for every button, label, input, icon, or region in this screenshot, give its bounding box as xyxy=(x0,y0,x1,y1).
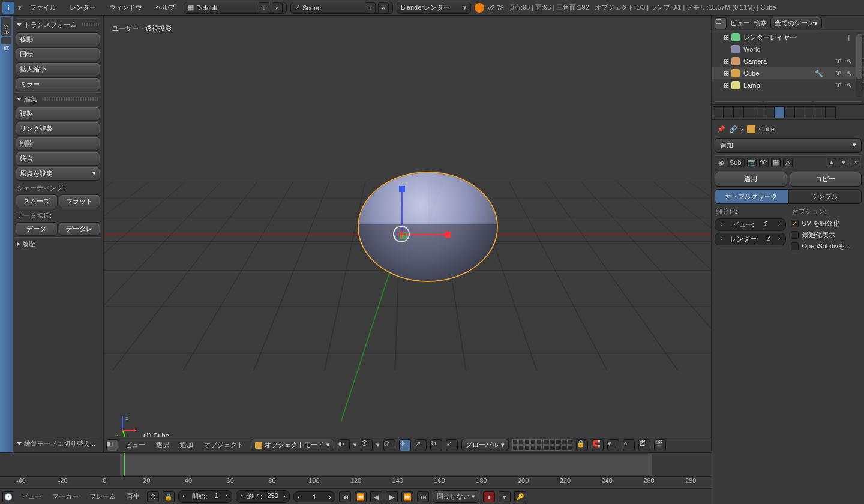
menu-file[interactable]: ファイル xyxy=(25,1,61,14)
render-preview-button[interactable]: 🖼 xyxy=(638,439,650,451)
add-modifier-dropdown[interactable]: 追加▾ xyxy=(715,138,862,153)
tab-world[interactable] xyxy=(743,106,754,118)
uv-smooth-checkbox[interactable]: UV を細分化 xyxy=(791,219,862,228)
view-subdiv-field[interactable]: ‹ビュー:2› xyxy=(715,218,786,231)
start-frame-field[interactable]: ‹開始:1› xyxy=(178,490,232,503)
tab-material[interactable] xyxy=(794,106,805,118)
remove-scene-button[interactable]: × xyxy=(378,2,389,13)
optimal-display-checkbox[interactable]: 最適化表示 xyxy=(791,230,862,239)
manipulator-toggle[interactable]: ✥ xyxy=(399,439,411,451)
simple-button[interactable]: シンプル xyxy=(788,189,862,204)
tl-view-menu[interactable]: ビュー xyxy=(18,490,45,503)
render-subdiv-field[interactable]: ‹レンダー:2› xyxy=(715,233,786,245)
opensubdiv-checkbox[interactable]: OpenSubdivを... xyxy=(791,242,862,251)
play-reverse-button[interactable]: ◀ xyxy=(370,491,382,502)
tab-renderlayers[interactable] xyxy=(723,106,734,118)
apply-button[interactable]: 適用 xyxy=(715,172,787,187)
eye-icon[interactable]: 👁 xyxy=(834,58,842,65)
keying-set-dropdown[interactable]: ▾ xyxy=(499,491,511,502)
panel-history-head[interactable]: 履歴 xyxy=(16,237,100,250)
modifier-cage-toggle[interactable]: △ xyxy=(783,158,793,167)
tab-create[interactable]: 作成 xyxy=(1,37,11,44)
lock-range[interactable]: 🔒 xyxy=(163,491,175,502)
snap-element[interactable]: ▾ xyxy=(607,439,619,451)
insert-keyframe-button[interactable]: 🔑 xyxy=(514,491,526,502)
tab-tools[interactable]: ツール xyxy=(1,17,11,36)
remove-layout-button[interactable]: × xyxy=(272,2,283,13)
tl-frame-menu[interactable]: フレーム xyxy=(86,490,119,503)
outliner-filter-dropdown[interactable]: 全てのシーン▾ xyxy=(770,17,822,29)
render-anim-button[interactable]: 🎬 xyxy=(654,439,666,451)
end-frame-field[interactable]: ‹終了:250› xyxy=(236,490,290,503)
screen-layout-selector[interactable]: ▦ Default + × xyxy=(184,2,287,14)
cursor-icon[interactable]: ↖ xyxy=(845,58,853,65)
add-scene-button[interactable]: + xyxy=(365,2,376,13)
copy-button[interactable]: コピー xyxy=(790,172,862,187)
pivot-button[interactable]: ⦿ xyxy=(361,439,373,451)
keyframe-next-button[interactable]: ⏩ xyxy=(401,491,413,502)
tab-modifiers[interactable] xyxy=(774,106,785,118)
jump-end-button[interactable]: ⏭ xyxy=(417,491,429,502)
use-preview-range[interactable]: ⏱ xyxy=(147,491,159,502)
3d-viewport[interactable]: ユーザー・透視投影 z y x (1) Cube ◧ ビュー 選択 追加 オブジ… xyxy=(103,16,712,452)
mesh-object-cube[interactable] xyxy=(359,173,497,281)
outliner-editor-icon[interactable]: ☰ xyxy=(715,17,727,29)
outliner[interactable]: ⊞レンダーレイヤー|📷 World ⊞Camera👁↖📷 ⊞Cube🔧👁↖📷 ⊞… xyxy=(712,31,864,98)
panel-edit-head[interactable]: 編集 xyxy=(16,92,100,106)
menu-window[interactable]: ウィンドウ xyxy=(104,1,147,14)
outliner-search-menu[interactable]: 検索 xyxy=(754,19,767,28)
layer-buttons[interactable] xyxy=(512,439,572,451)
tab-object[interactable] xyxy=(754,106,764,118)
timeline-playhead[interactable] xyxy=(124,453,125,476)
modifier-render-toggle[interactable]: 📷 xyxy=(747,158,757,167)
data-button[interactable]: データ xyxy=(16,222,58,236)
tab-constraints[interactable] xyxy=(764,106,775,118)
dropdown-icon[interactable]: ▾ xyxy=(18,4,22,11)
tab-particles[interactable] xyxy=(815,106,826,118)
menu-render[interactable]: レンダー xyxy=(65,1,101,14)
blender-logo-icon[interactable] xyxy=(2,2,14,14)
scene-selector[interactable]: ✓ Scene + × xyxy=(290,2,393,14)
modifier-delete[interactable]: × xyxy=(851,158,860,167)
outliner-view-menu[interactable]: ビュー xyxy=(730,19,750,28)
sync-dropdown[interactable]: 同期しない ▾ xyxy=(433,490,479,503)
tl-marker-menu[interactable]: マーカー xyxy=(49,490,82,503)
mirror-button[interactable]: ミラー xyxy=(16,77,100,91)
tab-scene[interactable] xyxy=(733,106,744,118)
orientation-selector[interactable]: グローバル▾ xyxy=(461,439,509,451)
scene-link-icon[interactable]: 🔗 xyxy=(729,125,737,133)
modifier-moveup[interactable]: ▲ xyxy=(827,158,836,167)
duplicate-button[interactable]: 複製 xyxy=(16,107,100,121)
flat-button[interactable]: フラット xyxy=(59,194,101,208)
modifier-realtime-toggle[interactable]: 👁 xyxy=(759,158,769,167)
object-menu[interactable]: オブジェクト xyxy=(200,438,247,452)
manipulator-scale[interactable]: ⤢ xyxy=(446,439,458,451)
add-layout-button[interactable]: + xyxy=(259,2,269,13)
timeline-canvas[interactable] xyxy=(0,453,712,477)
translate-button[interactable]: 移動 xyxy=(16,32,100,46)
play-button[interactable]: ▶ xyxy=(386,491,398,502)
area-splitter[interactable] xyxy=(712,98,864,104)
tab-physics[interactable] xyxy=(825,106,836,118)
keyframe-prev-button[interactable]: ⏪ xyxy=(355,491,367,502)
add-menu[interactable]: 追加 xyxy=(176,438,197,452)
scale-button[interactable]: 拡大縮小 xyxy=(16,62,100,76)
catmull-clark-button[interactable]: カトマルクラーク xyxy=(715,189,788,204)
auto-keyframe-button[interactable]: ● xyxy=(483,491,495,502)
shading-mode-button[interactable]: ◐ xyxy=(338,439,350,451)
delete-button[interactable]: 削除 xyxy=(16,137,100,151)
rotate-button[interactable]: 回転 xyxy=(16,47,100,61)
timeline-editor-icon[interactable]: 🕐 xyxy=(2,491,14,502)
smooth-button[interactable]: スムーズ xyxy=(16,194,58,208)
select-menu[interactable]: 選択 xyxy=(152,438,173,452)
data-layout-button[interactable]: データレ xyxy=(59,222,101,236)
view-menu[interactable]: ビュー xyxy=(122,438,149,452)
manipulator-rotate[interactable]: ↻ xyxy=(430,439,442,451)
operator-redo-panel[interactable]: 編集モードに切り替え... xyxy=(16,437,100,450)
manipulator-translate[interactable]: ↗ xyxy=(415,439,427,451)
modifier-movedown[interactable]: ▼ xyxy=(839,158,848,167)
lock-camera-button[interactable]: 🔒 xyxy=(576,439,588,451)
join-button[interactable]: 統合 xyxy=(16,152,100,166)
render-engine-selector[interactable]: Blenderレンダー ▾ xyxy=(397,2,471,14)
panel-transform-head[interactable]: トランスフォーム xyxy=(16,18,100,31)
